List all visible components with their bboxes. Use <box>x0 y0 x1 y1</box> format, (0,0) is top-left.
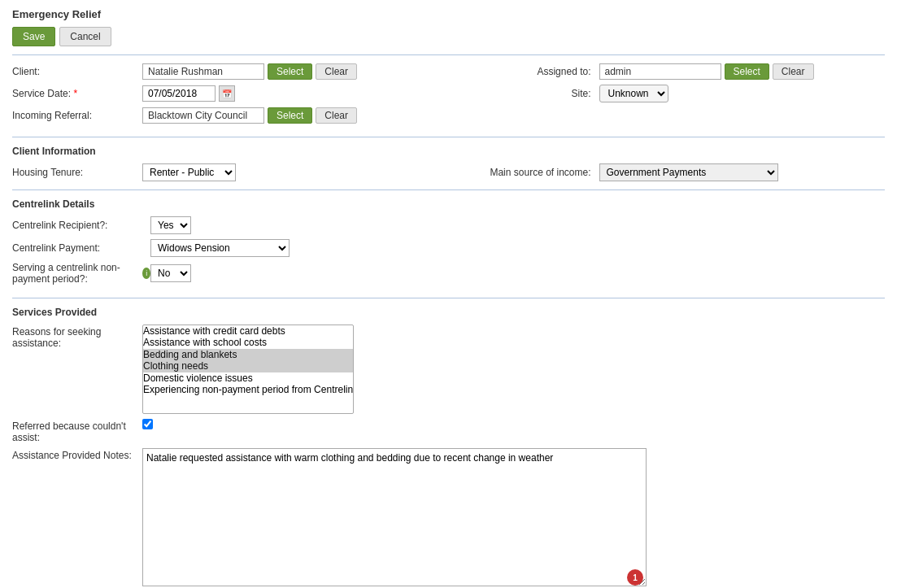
incoming-referral-value: Blacktown City Council <box>142 107 264 124</box>
assigned-to-clear-button[interactable]: Clear <box>773 63 814 80</box>
client-info-title: Client Information <box>12 146 885 157</box>
centrelink-payment-row: Centrelink Payment: Widows PensionYouth … <box>12 239 885 257</box>
service-date-input[interactable] <box>142 85 216 102</box>
service-date-field: 📅 <box>142 85 445 102</box>
notes-label: Assistance Provided Notes: <box>12 448 142 461</box>
main-income-label: Main source of income: <box>453 167 599 178</box>
header-section: Client: Natalie Rushman Select Clear Ass… <box>12 54 885 137</box>
page-title: Emergency Relief <box>12 8 885 20</box>
referred-field <box>142 419 153 429</box>
char-count-badge: 1 <box>627 569 643 586</box>
centrelink-payment-select[interactable]: Widows PensionYouth AllowanceNewstartDis… <box>150 239 290 257</box>
site-select[interactable]: Unknown <box>599 85 668 102</box>
reasons-label: Reasons for seeking assistance: <box>12 324 142 349</box>
centrelink-nonpayment-row: Serving a centrelink non-payment period?… <box>12 262 885 285</box>
incoming-referral-field: Blacktown City Council Select Clear <box>142 107 885 124</box>
services-section: Services Provided Reasons for seeking as… <box>12 298 885 588</box>
referred-row: Referred because couldn't assist: <box>12 419 885 443</box>
service-date-row: Service Date: * 📅 Site: Unknown <box>12 85 885 102</box>
service-date-col: Service Date: * 📅 <box>12 85 445 102</box>
calendar-icon[interactable]: 📅 <box>219 85 235 102</box>
required-marker: * <box>73 88 77 99</box>
client-label: Client: <box>12 66 142 77</box>
centrelink-section: Centrelink Details Centrelink Recipient?… <box>12 189 885 298</box>
centrelink-recipient-row: Centrelink Recipient?: YesNo <box>12 216 885 234</box>
notes-wrapper: 1 <box>142 448 647 588</box>
incoming-referral-clear-button[interactable]: Clear <box>316 107 357 124</box>
site-field: Unknown <box>599 85 886 102</box>
client-select-button[interactable]: Select <box>268 63 312 80</box>
main-income-field: Government PaymentsEmploymentSelf-employ… <box>599 163 886 181</box>
save-button-top[interactable]: Save <box>12 27 55 46</box>
notes-textarea[interactable] <box>142 448 647 586</box>
reasons-field: Assistance with credit card debtsAssista… <box>142 324 885 414</box>
services-title: Services Provided <box>12 307 885 318</box>
client-clear-button[interactable]: Clear <box>316 63 357 80</box>
client-field: Natalie Rushman Select Clear <box>142 63 445 80</box>
notes-row: Assistance Provided Notes: 1 <box>12 448 885 588</box>
reasons-listbox[interactable]: Assistance with credit card debtsAssista… <box>142 324 354 414</box>
housing-tenure-col: Housing Tenure: Renter - PublicOwnerRent… <box>12 163 445 181</box>
client-value: Natalie Rushman <box>142 63 264 80</box>
site-label: Site: <box>453 88 599 99</box>
reasons-row: Reasons for seeking assistance: Assistan… <box>12 324 885 414</box>
assigned-to-value: admin <box>599 63 721 80</box>
centrelink-recipient-label: Centrelink Recipient?: <box>12 220 150 231</box>
top-toolbar: Save Cancel <box>12 27 885 46</box>
main-income-select[interactable]: Government PaymentsEmploymentSelf-employ… <box>599 163 778 181</box>
referred-checkbox[interactable] <box>142 419 153 429</box>
incoming-referral-col: Incoming Referral: Blacktown City Counci… <box>12 107 885 124</box>
centrelink-recipient-select[interactable]: YesNo <box>150 216 191 234</box>
centrelink-nonpayment-label: Serving a centrelink non-payment period?… <box>12 262 150 285</box>
housing-tenure-select[interactable]: Renter - PublicOwnerRenter - PrivateHome… <box>142 163 236 181</box>
incoming-referral-label: Incoming Referral: <box>12 110 142 121</box>
assigned-to-label: Assigned to: <box>453 66 599 77</box>
centrelink-title: Centrelink Details <box>12 198 885 210</box>
client-col-left: Client: Natalie Rushman Select Clear <box>12 63 445 80</box>
assigned-to-col: Assigned to: admin Select Clear <box>445 63 886 80</box>
client-row: Client: Natalie Rushman Select Clear Ass… <box>12 63 885 80</box>
cancel-button-top[interactable]: Cancel <box>59 27 111 46</box>
centrelink-payment-label: Centrelink Payment: <box>12 242 150 254</box>
assigned-to-field: admin Select Clear <box>599 63 886 80</box>
info-icon[interactable]: i <box>142 268 150 279</box>
referred-label: Referred because couldn't assist: <box>12 419 142 443</box>
incoming-referral-select-button[interactable]: Select <box>268 107 312 124</box>
main-income-col: Main source of income: Government Paymen… <box>445 163 886 181</box>
incoming-referral-row: Incoming Referral: Blacktown City Counci… <box>12 107 885 124</box>
assigned-to-select-button[interactable]: Select <box>725 63 769 80</box>
housing-tenure-label: Housing Tenure: <box>12 167 142 178</box>
service-date-label: Service Date: * <box>12 88 142 99</box>
site-col: Site: Unknown <box>445 85 886 102</box>
client-info-section: Client Information Housing Tenure: Rente… <box>12 137 885 189</box>
housing-tenure-field: Renter - PublicOwnerRenter - PrivateHome… <box>142 163 445 181</box>
centrelink-nonpayment-select[interactable]: NoYes <box>150 264 191 282</box>
client-info-row: Housing Tenure: Renter - PublicOwnerRent… <box>12 163 885 181</box>
